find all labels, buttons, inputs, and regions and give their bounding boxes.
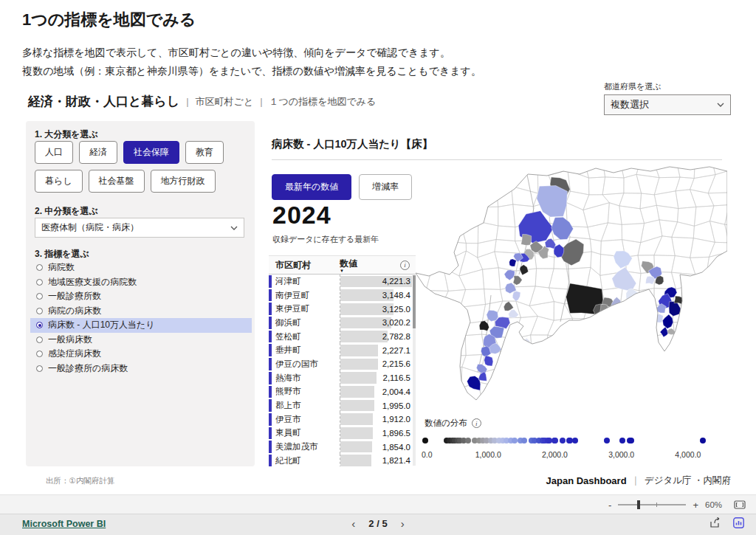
latest-year-note: 収録データに存在する最新年 bbox=[272, 234, 379, 245]
dashboard-page: 1つの指標を地図でみる 多様な指標を地図で表示して、市区町村ごとの違いや特徴、傾… bbox=[0, 0, 756, 535]
zoom-slider[interactable] bbox=[618, 504, 686, 505]
city-cell: 垂井町 bbox=[272, 343, 340, 357]
table-header[interactable]: 市区町村 数値 ▼ i bbox=[269, 255, 416, 275]
share-icon[interactable] bbox=[709, 517, 721, 528]
table-row[interactable]: 御浜町3,020.2 bbox=[269, 316, 416, 330]
table-row[interactable]: 熱海市2,116.5 bbox=[269, 371, 416, 385]
next-page-icon[interactable]: › bbox=[401, 517, 405, 530]
info-icon[interactable]: i bbox=[472, 418, 481, 428]
value-table: 市区町村 数値 ▼ i 河津町4,221.3南伊豆町3,148.4東伊豆町3,1… bbox=[269, 255, 416, 466]
table-row[interactable]: 笠松町2,782.8 bbox=[269, 330, 416, 344]
report-subtitle-granularity: 市区町村ごと bbox=[196, 95, 254, 108]
step2-label: 2. 中分類を選ぶ bbox=[35, 205, 98, 218]
indicator-radio-4[interactable]: 病床数 - 人口10万人当たり bbox=[30, 318, 252, 333]
legend-label: 数値の分布 i bbox=[425, 418, 487, 429]
value-text: 2,227.1 bbox=[382, 343, 410, 357]
previous-page-icon[interactable]: ‹ bbox=[351, 517, 355, 530]
column-header-city[interactable]: 市区町村 bbox=[269, 259, 340, 272]
radio-icon bbox=[36, 336, 43, 343]
column-header-value[interactable]: 数値 ▼ bbox=[340, 258, 400, 272]
subcategory-value: 医療体制（病院・病床） bbox=[41, 221, 139, 234]
legend-tick-label: 0.0 bbox=[422, 450, 433, 459]
indicator-label: 地域医療支援の病院数 bbox=[48, 276, 137, 289]
breadcrumb-separator: | bbox=[260, 96, 262, 107]
data-bar bbox=[340, 345, 378, 356]
value-cell: 1,896.5 bbox=[340, 427, 412, 441]
zoom-percent: 60% bbox=[705, 500, 727, 509]
data-bar bbox=[340, 441, 372, 453]
value-text: 3,020.2 bbox=[382, 316, 410, 330]
report-breadcrumb: 経済・財政・人口と暮らし | 市区町村ごと | １つの指標を地図でみる bbox=[28, 93, 376, 110]
city-cell: 御浜町 bbox=[272, 316, 340, 330]
indicator-label: 一般病床数 bbox=[48, 334, 92, 346]
zoom-in-button[interactable]: + bbox=[693, 500, 698, 510]
table-row[interactable]: 伊豆市1,912.0 bbox=[269, 413, 416, 427]
indicator-label: 病床数 - 人口10万人当たり bbox=[48, 319, 155, 331]
category-button-5[interactable]: 社会基盤 bbox=[89, 170, 145, 193]
filter-sidebar: 1. 大分類を選ぶ 人口経済社会保障教育暮らし社会基盤地方行財政 2. 中分類を… bbox=[26, 121, 255, 466]
data-bar bbox=[340, 413, 373, 425]
indicator-label: 感染症病床数 bbox=[48, 348, 101, 360]
choropleth-map[interactable] bbox=[416, 164, 727, 413]
indicator-radio-7[interactable]: 一般診療所の病床数 bbox=[30, 362, 252, 376]
city-cell: 笠松町 bbox=[272, 330, 340, 344]
indicator-radio-2[interactable]: 一般診療所数 bbox=[30, 289, 252, 304]
mode-tabs: 最新年の数値 増減率 bbox=[272, 174, 412, 200]
data-bar bbox=[340, 331, 388, 342]
table-row[interactable]: 郡上市1,995.0 bbox=[269, 398, 416, 413]
tab-rate-of-change[interactable]: 増減率 bbox=[359, 174, 412, 200]
indicator-radio-0[interactable]: 病院数 bbox=[30, 260, 252, 275]
table-row[interactable]: 東伊豆町3,125.0 bbox=[269, 302, 416, 316]
prefecture-select-dropdown[interactable]: 複数選択 bbox=[604, 94, 731, 115]
sort-desc-icon: ▼ bbox=[340, 270, 400, 272]
value-cell: 2,004.4 bbox=[340, 385, 412, 399]
table-row[interactable]: 伊豆の国市2,215.6 bbox=[269, 357, 416, 371]
table-row[interactable]: 熊野市2,004.4 bbox=[269, 385, 416, 399]
indicator-radio-5[interactable]: 一般病床数 bbox=[30, 333, 252, 348]
powerbi-zoom-bar: - + 60% bbox=[0, 494, 756, 514]
legend-dot bbox=[604, 438, 610, 443]
city-cell: 熊野市 bbox=[272, 385, 340, 399]
legend-tick-label: 2,000.0 bbox=[542, 450, 568, 459]
table-row[interactable]: 紀北町1,821.4 bbox=[269, 454, 416, 466]
category-button-6[interactable]: 地方行財政 bbox=[151, 170, 216, 193]
value-cell: 3,148.4 bbox=[340, 289, 412, 303]
value-text: 2,004.4 bbox=[382, 385, 410, 399]
category-button-0[interactable]: 人口 bbox=[35, 141, 73, 164]
radio-icon bbox=[36, 279, 43, 286]
category-button-3[interactable]: 教育 bbox=[185, 141, 224, 164]
category-button-4[interactable]: 暮らし bbox=[35, 170, 83, 193]
category-button-1[interactable]: 経済 bbox=[79, 141, 117, 164]
table-row[interactable]: 美濃加茂市1,854.0 bbox=[269, 440, 416, 454]
chevron-down-icon bbox=[230, 224, 238, 232]
city-cell: 南伊豆町 bbox=[272, 289, 340, 303]
info-icon[interactable]: i bbox=[400, 260, 410, 270]
table-row[interactable]: 河津町4,221.3 bbox=[269, 275, 416, 289]
table-row[interactable]: 南伊豆町3,148.4 bbox=[269, 289, 416, 303]
table-row[interactable]: 垂井町2,227.1 bbox=[269, 343, 416, 357]
radio-icon bbox=[36, 351, 43, 357]
value-text: 2,782.8 bbox=[382, 330, 410, 344]
brand-name: Japan Dashboard bbox=[546, 475, 627, 486]
zoom-slider-handle[interactable] bbox=[637, 500, 640, 509]
page-description-line1: 多様な指標を地図で表示して、市区町村ごとの違いや特徴、傾向をデータで確認できます… bbox=[22, 46, 450, 60]
radio-icon bbox=[36, 264, 43, 271]
tab-latest-value[interactable]: 最新年の数値 bbox=[272, 174, 351, 200]
subcategory-dropdown[interactable]: 医療体制（病院・病床） bbox=[35, 218, 244, 238]
category-button-group: 人口経済社会保障教育暮らし社会基盤地方行財政 bbox=[35, 141, 250, 193]
indicator-radio-3[interactable]: 病院の病床数 bbox=[30, 304, 252, 319]
page-title: 1つの指標を地図でみる bbox=[22, 9, 196, 31]
indicator-radio-6[interactable]: 感染症病床数 bbox=[30, 347, 252, 362]
brand-separator: ｜ bbox=[631, 474, 640, 487]
chevron-down-icon bbox=[717, 101, 724, 108]
fit-to-page-icon[interactable] bbox=[734, 500, 746, 509]
indicator-radio-1[interactable]: 地域医療支援の病院数 bbox=[30, 275, 252, 290]
category-button-2[interactable]: 社会保障 bbox=[123, 141, 179, 164]
city-cell: 伊豆市 bbox=[272, 413, 340, 427]
table-row[interactable]: 東員町1,896.5 bbox=[269, 427, 416, 441]
data-bar bbox=[340, 386, 374, 398]
legend-dot-strip bbox=[422, 435, 721, 446]
zoom-out-button[interactable]: - bbox=[608, 500, 611, 510]
value-cell: 3,020.2 bbox=[340, 316, 412, 330]
power-bi-icon[interactable] bbox=[733, 517, 744, 528]
